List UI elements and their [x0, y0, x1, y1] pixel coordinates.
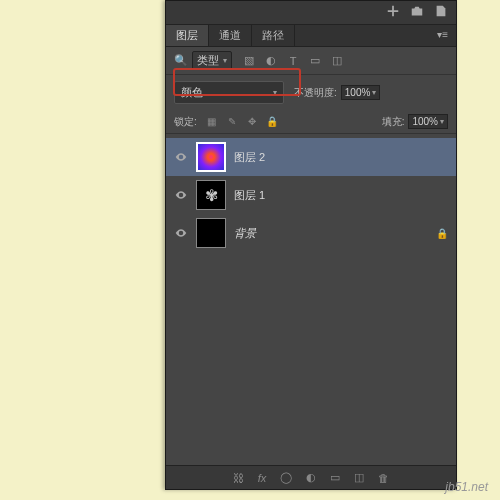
- filter-type-icon[interactable]: T: [286, 54, 300, 68]
- tab-channels[interactable]: 通道: [209, 25, 252, 46]
- filter-shape-icon[interactable]: ▭: [308, 54, 322, 68]
- chevron-down-icon: ▾: [223, 56, 227, 65]
- lock-row: 锁定: ▦ ✎ ✥ 🔒 填充: 100% ▾: [166, 110, 456, 134]
- layer-name[interactable]: 图层 2: [234, 150, 265, 165]
- fx-icon[interactable]: fx: [258, 472, 267, 484]
- lock-icons: ▦ ✎ ✥ 🔒: [205, 115, 279, 129]
- layer-row[interactable]: 背景 🔒: [166, 214, 456, 252]
- watermark: jb51.net: [445, 480, 488, 494]
- blend-mode-select[interactable]: 颜色 ▾: [174, 81, 284, 104]
- camera-icon[interactable]: [410, 4, 424, 22]
- filter-type-icons: ▧ ◐ T ▭ ◫: [242, 54, 344, 68]
- filter-adjust-icon[interactable]: ◐: [264, 54, 278, 68]
- visibility-toggle[interactable]: [174, 150, 188, 164]
- document-icon[interactable]: [434, 4, 448, 22]
- layer-thumbnail[interactable]: [196, 218, 226, 248]
- link-layers-icon[interactable]: ⛓: [233, 472, 244, 484]
- layers-panel: 图层 通道 路径 ▾≡ 🔍 类型 ▾ ▧ ◐ T ▭ ◫ 颜色 ▾ 不透明度: …: [165, 0, 457, 490]
- filter-smart-icon[interactable]: ◫: [330, 54, 344, 68]
- layers-list: 图层 2 ✾ 图层 1 背景 🔒: [166, 134, 456, 256]
- chevron-down-icon: ▾: [372, 88, 376, 97]
- visibility-toggle[interactable]: [174, 226, 188, 240]
- layer-name[interactable]: 图层 1: [234, 188, 265, 203]
- layer-thumbnail[interactable]: [196, 142, 226, 172]
- trash-icon[interactable]: 🗑: [378, 472, 389, 484]
- chevron-down-icon: ▾: [440, 117, 444, 126]
- group-icon[interactable]: ▭: [330, 471, 340, 484]
- filter-kind-select[interactable]: 类型 ▾: [192, 51, 232, 70]
- lock-icon: 🔒: [436, 228, 448, 239]
- layer-row[interactable]: ✾ 图层 1: [166, 176, 456, 214]
- layer-thumbnail[interactable]: ✾: [196, 180, 226, 210]
- tab-layers[interactable]: 图层: [166, 25, 209, 46]
- filter-pixel-icon[interactable]: ▧: [242, 54, 256, 68]
- filter-kind-label: 类型: [197, 53, 219, 68]
- search-icon[interactable]: 🔍: [174, 54, 188, 67]
- new-layer-icon[interactable]: ◫: [354, 471, 364, 484]
- lock-position-icon[interactable]: ✥: [245, 115, 259, 129]
- panel-menu-icon[interactable]: ▾≡: [429, 25, 456, 46]
- visibility-toggle[interactable]: [174, 188, 188, 202]
- tab-paths[interactable]: 路径: [252, 25, 295, 46]
- opacity-value: 100%: [345, 87, 371, 98]
- fill-input[interactable]: 100% ▾: [408, 114, 448, 129]
- panel-tabs: 图层 通道 路径 ▾≡: [166, 25, 456, 47]
- panel-bottombar: ⛓ fx ◯ ◐ ▭ ◫ 🗑: [166, 465, 456, 489]
- blend-mode-value: 颜色: [181, 85, 203, 100]
- layer-row[interactable]: 图层 2: [166, 138, 456, 176]
- fill-label: 填充:: [382, 115, 405, 129]
- lock-all-icon[interactable]: 🔒: [265, 115, 279, 129]
- opacity-label: 不透明度:: [294, 86, 337, 100]
- adjustment-icon[interactable]: ◐: [306, 471, 316, 484]
- blend-row: 颜色 ▾ 不透明度: 100% ▾: [166, 75, 456, 110]
- lock-label: 锁定:: [174, 115, 197, 129]
- filter-row: 🔍 类型 ▾ ▧ ◐ T ▭ ◫: [166, 47, 456, 75]
- layer-name[interactable]: 背景: [234, 226, 256, 241]
- lock-transparent-icon[interactable]: ▦: [205, 115, 219, 129]
- fill-value: 100%: [412, 116, 438, 127]
- add-icon[interactable]: [386, 4, 400, 22]
- opacity-input[interactable]: 100% ▾: [341, 85, 381, 100]
- chevron-down-icon: ▾: [273, 88, 277, 97]
- lock-pixels-icon[interactable]: ✎: [225, 115, 239, 129]
- mask-icon[interactable]: ◯: [280, 471, 292, 484]
- panel-topbar: [166, 1, 456, 25]
